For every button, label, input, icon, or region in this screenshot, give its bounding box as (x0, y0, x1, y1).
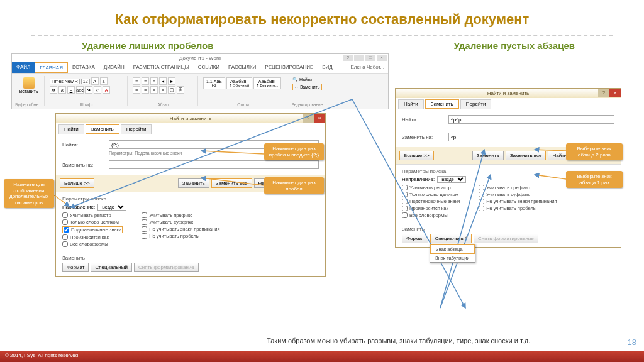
chk-prefix[interactable]: Учитывать префикс (479, 185, 557, 190)
chk-whole[interactable]: Только слово целиком (402, 192, 460, 197)
maximize-icon[interactable]: □ (365, 55, 375, 61)
replace-one-button[interactable]: Заменить (178, 178, 209, 188)
borders-icon[interactable]: 田 (177, 86, 184, 94)
chk-case[interactable]: Учитывать регистр (62, 212, 123, 218)
dialog-tab-goto[interactable]: Перейти (460, 99, 492, 109)
sub-icon[interactable]: x₂ (85, 86, 92, 94)
bold-icon[interactable]: Ж (50, 86, 57, 94)
special-tab-item[interactable]: Знак табуляции (430, 254, 475, 262)
chk-wildcards[interactable]: Подстановочные знаки (402, 199, 460, 204)
tab-layout[interactable]: РАЗМЕТКА СТРАНИЦЫ (129, 62, 194, 73)
help-icon[interactable]: ? (343, 55, 353, 61)
format-button[interactable]: Формат (62, 263, 89, 272)
word-ribbon: Документ1 - Word ? — □ × ФАЙЛ ГЛАВНАЯ ВС… (11, 53, 389, 109)
grow-font-icon[interactable]: A (91, 77, 99, 85)
footer-copyright: © 2014, i-Sys. All rights reserved (0, 351, 644, 362)
chk-suffix[interactable]: Учитывать суффикс (479, 192, 557, 197)
dialog-tab-replace[interactable]: Заменить (86, 124, 119, 134)
subtitle-right: Удаление пустых абзацев (453, 40, 575, 51)
style-h2[interactable]: 1.1 АаБН2 (203, 77, 225, 89)
summary-text: Таким образом можно убирать разрывы, зна… (267, 337, 619, 344)
replace-button[interactable]: ↔ Заменить (292, 84, 322, 90)
special-button[interactable]: Специальный (91, 263, 132, 272)
tab-view[interactable]: ВИД (318, 62, 337, 73)
special-button[interactable]: Специальный (430, 234, 472, 243)
close-icon[interactable]: × (377, 55, 387, 61)
replace-all-button[interactable]: Заменить все (506, 151, 547, 160)
chk-forms[interactable]: Все словоформы (402, 212, 460, 218)
tab-references[interactable]: ССЫЛКИ (194, 62, 224, 73)
sup-icon[interactable]: x² (94, 86, 101, 94)
chk-prefix[interactable]: Учитывать префикс (142, 212, 219, 218)
tab-home[interactable]: ГЛАВНАЯ (35, 62, 68, 73)
find-input[interactable] (448, 115, 614, 124)
font-name-select[interactable]: Times New R (50, 79, 80, 84)
tab-review[interactable]: РЕЦЕНЗИРОВАНИЕ (260, 62, 318, 73)
justify-icon[interactable]: ≡ (159, 86, 167, 94)
style-nointerval[interactable]: АаБбВвГ¶ Без инте... (253, 77, 281, 89)
tab-mailings[interactable]: РАССЫЛКИ (224, 62, 260, 73)
bullets-icon[interactable]: ≡ (133, 77, 140, 85)
more-button[interactable]: Больше >> (399, 151, 434, 160)
chk-punct[interactable]: Не учитывать знаки препинания (142, 226, 219, 232)
chk-sounds[interactable]: Произносится как (62, 234, 123, 240)
dialog-help-icon[interactable]: ? (303, 114, 314, 123)
paste-button[interactable]: Вставить (17, 77, 40, 94)
more-button[interactable]: Больше >> (60, 178, 94, 188)
chk-forms[interactable]: Все словоформы (62, 241, 123, 247)
chk-punct[interactable]: Не учитывать знаки препинания (479, 199, 557, 204)
align-left-icon[interactable]: ≡ (133, 86, 140, 94)
numbering-icon[interactable]: ≡ (142, 77, 149, 85)
align-right-icon[interactable]: ≡ (150, 86, 158, 94)
chk-whole[interactable]: Только слово целиком (62, 219, 123, 225)
shading-icon[interactable]: ▢ (168, 86, 175, 94)
indent-dec-icon[interactable]: ◄ (159, 77, 167, 85)
replace-input[interactable] (448, 133, 614, 141)
direction-select[interactable]: Везде (437, 176, 466, 183)
underline-icon[interactable]: Ч (67, 86, 75, 94)
find-label: Найти: (402, 117, 446, 123)
chk-suffix[interactable]: Учитывать суффикс (142, 219, 219, 225)
dialog-tab-goto[interactable]: Перейти (121, 124, 152, 134)
callout-find-right: Выберите знак абзаца 2 раза (566, 143, 623, 160)
shrink-font-icon[interactable]: a (100, 77, 108, 85)
chk-case[interactable]: Учитывать регистр (402, 185, 460, 190)
style-normal[interactable]: АаБбВвГ¶ Обычный (226, 77, 252, 89)
dialog-tab-replace[interactable]: Заменить (425, 99, 459, 109)
dialog-tab-find[interactable]: Найти (398, 99, 424, 109)
dialog-close-icon[interactable]: × (314, 114, 325, 123)
direction-select[interactable]: Везде (97, 204, 126, 211)
replace-input[interactable] (109, 160, 319, 169)
footer-title: Заменить (402, 226, 614, 232)
special-para-item[interactable]: Знак абзаца (430, 244, 475, 254)
tab-design[interactable]: ДИЗАЙН (99, 62, 129, 73)
chk-sounds[interactable]: Произносится как (402, 206, 460, 211)
tab-file[interactable]: ФАЙЛ (12, 62, 35, 73)
indent-inc-icon[interactable]: ► (168, 77, 175, 85)
find-replace-dialog-left: Найти и заменить ?× Найти Заменить Перей… (55, 113, 326, 277)
document-title: Документ1 - Word (179, 55, 221, 61)
replace-label: Заменить на: (402, 134, 446, 140)
font-size-select[interactable]: 12 (81, 79, 90, 84)
find-replace-dialog-right: Найти и заменить ?× Найти Заменить Перей… (395, 88, 621, 248)
dialog-help-icon[interactable]: ? (598, 89, 609, 97)
italic-icon[interactable]: К (58, 86, 66, 94)
callout-replace-right: Выберите знак абзаца 1 раз (566, 171, 623, 188)
dialog-tab-find[interactable]: Найти (58, 124, 84, 134)
format-button[interactable]: Формат (402, 234, 428, 243)
minimize-icon[interactable]: — (354, 55, 364, 61)
multilevel-icon[interactable]: ≡ (150, 77, 158, 85)
replace-all-button[interactable]: Заменить все (211, 178, 252, 188)
tab-insert[interactable]: ВСТАВКА (68, 62, 99, 73)
group-font: Шрифт (46, 102, 127, 107)
align-center-icon[interactable]: ≡ (142, 86, 149, 94)
chk-wildcards[interactable]: Подстановочные знаки (62, 226, 123, 233)
replace-one-button[interactable]: Заменить (472, 151, 504, 160)
font-color-icon[interactable]: A (103, 86, 110, 94)
strike-icon[interactable]: abc (76, 86, 84, 94)
chk-spaces[interactable]: Не учитывать пробелы (142, 233, 219, 239)
dialog-close-icon[interactable]: × (609, 89, 621, 97)
chk-spaces[interactable]: Не учитывать пробелы (479, 206, 557, 211)
user-name[interactable]: Елена Чебот... (347, 62, 388, 73)
find-button[interactable]: 🔍 Найти (292, 77, 322, 82)
